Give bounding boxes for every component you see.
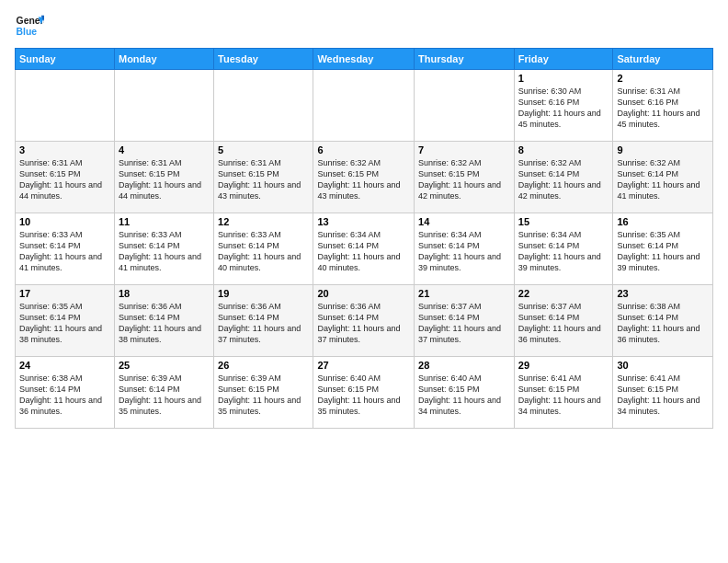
day-number: 13 [317, 216, 410, 227]
calendar-cell: 10Sunrise: 6:33 AM Sunset: 6:14 PM Dayli… [16, 213, 115, 285]
calendar-cell: 29Sunrise: 6:41 AM Sunset: 6:15 PM Dayli… [514, 357, 613, 429]
calendar-cell [313, 70, 415, 142]
day-info: Sunrise: 6:31 AM Sunset: 6:15 PM Dayligh… [119, 157, 210, 202]
calendar-cell: 22Sunrise: 6:37 AM Sunset: 6:14 PM Dayli… [514, 285, 613, 357]
day-number: 21 [418, 288, 510, 299]
day-number: 15 [518, 216, 609, 227]
calendar-cell: 24Sunrise: 6:38 AM Sunset: 6:14 PM Dayli… [16, 357, 115, 429]
calendar-header-row: SundayMondayTuesdayWednesdayThursdayFrid… [16, 49, 713, 70]
calendar-cell: 7Sunrise: 6:32 AM Sunset: 6:15 PM Daylig… [415, 142, 515, 213]
calendar-cell: 1Sunrise: 6:30 AM Sunset: 6:16 PM Daylig… [514, 70, 613, 142]
calendar-cell: 2Sunrise: 6:31 AM Sunset: 6:16 PM Daylig… [613, 70, 713, 142]
calendar-cell: 8Sunrise: 6:32 AM Sunset: 6:14 PM Daylig… [514, 142, 613, 213]
calendar: SundayMondayTuesdayWednesdayThursdayFrid… [15, 48, 713, 429]
day-number: 9 [617, 144, 709, 155]
weekday-header-thursday: Thursday [415, 49, 515, 70]
day-info: Sunrise: 6:32 AM Sunset: 6:15 PM Dayligh… [418, 157, 510, 202]
day-info: Sunrise: 6:32 AM Sunset: 6:15 PM Dayligh… [317, 157, 410, 202]
calendar-cell: 12Sunrise: 6:33 AM Sunset: 6:14 PM Dayli… [214, 213, 313, 285]
day-number: 12 [218, 216, 309, 227]
day-info: Sunrise: 6:39 AM Sunset: 6:15 PM Dayligh… [218, 373, 309, 418]
calendar-cell: 19Sunrise: 6:36 AM Sunset: 6:14 PM Dayli… [214, 285, 313, 357]
calendar-cell: 11Sunrise: 6:33 AM Sunset: 6:14 PM Dayli… [114, 213, 213, 285]
day-info: Sunrise: 6:36 AM Sunset: 6:14 PM Dayligh… [218, 301, 309, 346]
day-info: Sunrise: 6:36 AM Sunset: 6:14 PM Dayligh… [119, 301, 210, 346]
day-number: 26 [218, 360, 309, 371]
day-number: 14 [418, 216, 510, 227]
calendar-cell: 18Sunrise: 6:36 AM Sunset: 6:14 PM Dayli… [114, 285, 213, 357]
day-number: 11 [119, 216, 210, 227]
day-number: 5 [218, 144, 309, 155]
calendar-cell: 17Sunrise: 6:35 AM Sunset: 6:14 PM Dayli… [16, 285, 115, 357]
day-number: 3 [19, 144, 110, 155]
day-info: Sunrise: 6:40 AM Sunset: 6:15 PM Dayligh… [418, 373, 510, 418]
calendar-cell: 28Sunrise: 6:40 AM Sunset: 6:15 PM Dayli… [415, 357, 515, 429]
day-number: 24 [19, 360, 110, 371]
calendar-cell: 30Sunrise: 6:41 AM Sunset: 6:15 PM Dayli… [613, 357, 713, 429]
calendar-cell: 16Sunrise: 6:35 AM Sunset: 6:14 PM Dayli… [613, 213, 713, 285]
day-number: 23 [617, 288, 709, 299]
day-number: 29 [518, 360, 609, 371]
day-number: 10 [19, 216, 110, 227]
logo: General Blue [15, 11, 22, 40]
calendar-cell: 9Sunrise: 6:32 AM Sunset: 6:14 PM Daylig… [613, 142, 713, 213]
weekday-header-tuesday: Tuesday [214, 49, 313, 70]
day-info: Sunrise: 6:31 AM Sunset: 6:15 PM Dayligh… [19, 157, 110, 202]
day-info: Sunrise: 6:33 AM Sunset: 6:14 PM Dayligh… [19, 229, 110, 274]
calendar-cell: 3Sunrise: 6:31 AM Sunset: 6:15 PM Daylig… [16, 142, 115, 213]
day-number: 28 [418, 360, 510, 371]
day-info: Sunrise: 6:37 AM Sunset: 6:14 PM Dayligh… [518, 301, 609, 346]
day-info: Sunrise: 6:37 AM Sunset: 6:14 PM Dayligh… [418, 301, 510, 346]
day-info: Sunrise: 6:36 AM Sunset: 6:14 PM Dayligh… [317, 301, 410, 346]
weekday-header-saturday: Saturday [613, 49, 713, 70]
day-number: 19 [218, 288, 309, 299]
calendar-cell: 21Sunrise: 6:37 AM Sunset: 6:14 PM Dayli… [415, 285, 515, 357]
calendar-cell: 15Sunrise: 6:34 AM Sunset: 6:14 PM Dayli… [514, 213, 613, 285]
day-number: 7 [418, 144, 510, 155]
day-number: 22 [518, 288, 609, 299]
calendar-cell: 26Sunrise: 6:39 AM Sunset: 6:15 PM Dayli… [214, 357, 313, 429]
day-number: 8 [518, 144, 609, 155]
day-number: 1 [518, 73, 609, 84]
day-info: Sunrise: 6:38 AM Sunset: 6:14 PM Dayligh… [617, 301, 709, 346]
day-number: 18 [119, 288, 210, 299]
page: General Blue SundayMondayTuesdayWednesda… [0, 0, 728, 563]
weekday-header-monday: Monday [114, 49, 213, 70]
day-info: Sunrise: 6:32 AM Sunset: 6:14 PM Dayligh… [518, 157, 609, 202]
day-number: 25 [119, 360, 210, 371]
weekday-header-friday: Friday [514, 49, 613, 70]
day-info: Sunrise: 6:39 AM Sunset: 6:14 PM Dayligh… [119, 373, 210, 418]
day-info: Sunrise: 6:34 AM Sunset: 6:14 PM Dayligh… [418, 229, 510, 274]
calendar-cell [16, 70, 115, 142]
calendar-cell: 14Sunrise: 6:34 AM Sunset: 6:14 PM Dayli… [415, 213, 515, 285]
calendar-cell [214, 70, 313, 142]
day-info: Sunrise: 6:31 AM Sunset: 6:15 PM Dayligh… [218, 157, 309, 202]
logo-icon: General Blue [15, 11, 44, 40]
day-number: 2 [617, 73, 709, 84]
day-number: 27 [317, 360, 410, 371]
day-info: Sunrise: 6:35 AM Sunset: 6:14 PM Dayligh… [19, 301, 110, 346]
calendar-week-3: 17Sunrise: 6:35 AM Sunset: 6:14 PM Dayli… [16, 285, 713, 357]
svg-text:Blue: Blue [17, 27, 38, 37]
day-number: 4 [119, 144, 210, 155]
calendar-cell [415, 70, 515, 142]
day-info: Sunrise: 6:32 AM Sunset: 6:14 PM Dayligh… [617, 157, 709, 202]
calendar-cell: 27Sunrise: 6:40 AM Sunset: 6:15 PM Dayli… [313, 357, 415, 429]
calendar-week-4: 24Sunrise: 6:38 AM Sunset: 6:14 PM Dayli… [16, 357, 713, 429]
day-info: Sunrise: 6:35 AM Sunset: 6:14 PM Dayligh… [617, 229, 709, 274]
calendar-cell [114, 70, 213, 142]
header: General Blue [15, 11, 713, 40]
calendar-cell: 6Sunrise: 6:32 AM Sunset: 6:15 PM Daylig… [313, 142, 415, 213]
day-info: Sunrise: 6:33 AM Sunset: 6:14 PM Dayligh… [119, 229, 210, 274]
day-info: Sunrise: 6:34 AM Sunset: 6:14 PM Dayligh… [317, 229, 410, 274]
calendar-cell: 5Sunrise: 6:31 AM Sunset: 6:15 PM Daylig… [214, 142, 313, 213]
calendar-week-1: 3Sunrise: 6:31 AM Sunset: 6:15 PM Daylig… [16, 142, 713, 213]
day-number: 30 [617, 360, 709, 371]
calendar-cell: 23Sunrise: 6:38 AM Sunset: 6:14 PM Dayli… [613, 285, 713, 357]
weekday-header-wednesday: Wednesday [313, 49, 415, 70]
day-info: Sunrise: 6:31 AM Sunset: 6:16 PM Dayligh… [617, 86, 709, 131]
calendar-cell: 20Sunrise: 6:36 AM Sunset: 6:14 PM Dayli… [313, 285, 415, 357]
day-info: Sunrise: 6:34 AM Sunset: 6:14 PM Dayligh… [518, 229, 609, 274]
calendar-cell: 13Sunrise: 6:34 AM Sunset: 6:14 PM Dayli… [313, 213, 415, 285]
day-info: Sunrise: 6:30 AM Sunset: 6:16 PM Dayligh… [518, 86, 609, 131]
